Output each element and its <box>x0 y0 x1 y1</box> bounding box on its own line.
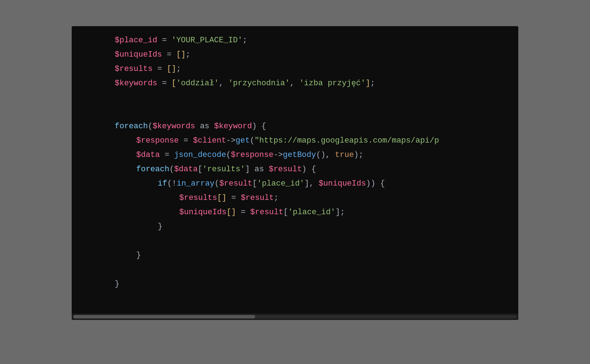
code-window: $place_id = 'YOUR_PLACE_ID' ; $uniqueIds… <box>72 26 518 320</box>
code-token: (), <box>316 148 335 162</box>
code-token: $data <box>174 162 198 177</box>
code-token: foreach <box>115 119 148 134</box>
code-token: ; <box>176 62 181 76</box>
code-token: [ <box>252 177 257 191</box>
code-line: $results = [] ; <box>72 62 518 76</box>
code-line: foreach ( $data [ 'results' ] as $result… <box>72 162 518 177</box>
code-line: $place_id = 'YOUR_PLACE_ID' ; <box>72 33 518 48</box>
code-token: foreach <box>136 162 169 177</box>
code-line <box>72 263 518 277</box>
code-token: if <box>158 177 167 191</box>
code-token: $result <box>219 177 252 191</box>
code-token: = <box>179 134 193 148</box>
scrollbar-thumb[interactable] <box>73 315 255 318</box>
code-line: $uniqueIds = [] ; <box>72 48 518 62</box>
code-token: in_array <box>177 177 215 191</box>
code-line <box>72 234 518 248</box>
code-token: ( <box>148 119 152 134</box>
code-token: = <box>157 33 172 48</box>
code-token: $result <box>241 191 274 205</box>
code-token: $uniqueIds <box>115 48 162 62</box>
code-token: [] <box>167 62 176 76</box>
code-token: ( <box>226 148 231 162</box>
code-token: ) { <box>302 162 316 177</box>
code-token: ; <box>186 48 190 62</box>
code-line <box>72 105 518 119</box>
code-token: $results <box>115 62 153 76</box>
code-token: get <box>235 134 250 148</box>
code-token: 'przychodnia' <box>228 76 290 91</box>
code-token: ( <box>214 177 219 191</box>
code-token: } <box>158 220 162 234</box>
code-token: [] <box>217 191 227 205</box>
code-token: $data <box>136 148 160 162</box>
code-token: $result <box>269 162 302 177</box>
scrollbar-track[interactable] <box>73 315 517 318</box>
code-line: $uniqueIds [] = $result [ 'place_id' ]; <box>72 205 518 220</box>
code-token: [ <box>283 205 288 220</box>
code-token: 'place_id' <box>257 177 304 191</box>
code-token: $uniqueIds <box>179 205 227 220</box>
code-line: } <box>72 220 518 234</box>
code-token: ]; <box>336 205 345 220</box>
code-token: ( <box>250 134 254 148</box>
code-token: "https://maps.googleapis.com/maps/api/p <box>254 134 439 148</box>
code-token: = <box>236 205 250 220</box>
code-token: $keywords <box>115 76 157 91</box>
code-token: 'YOUR_PLACE_ID' <box>171 33 242 48</box>
code-token: 'oddział' <box>176 76 219 91</box>
code-token: = <box>157 76 172 91</box>
code-token: [ <box>171 76 176 91</box>
code-token: (! <box>167 177 176 191</box>
code-token: json_decode <box>174 148 226 162</box>
code-token: [ <box>198 162 203 177</box>
code-token: $client <box>193 134 226 148</box>
code-token: $place_id <box>115 33 157 48</box>
code-line: foreach ( $keywords as $keyword ) { <box>72 119 518 134</box>
code-token: ( <box>169 162 174 177</box>
code-line: $keywords = [ 'oddział' , 'przychodnia' … <box>72 76 518 91</box>
code-token: $results <box>179 191 217 205</box>
code-token: [] <box>176 48 186 62</box>
code-token: 'place_id' <box>288 205 336 220</box>
code-token: ; <box>370 76 375 91</box>
code-line: $data = json_decode ( $response -> getBo… <box>72 148 518 162</box>
code-token: ) { <box>252 119 266 134</box>
code-token: } <box>115 277 119 291</box>
code-token: ], <box>304 177 319 191</box>
code-line: } <box>72 248 518 263</box>
code-line: $results [] = $result ; <box>72 191 518 205</box>
code-line <box>72 91 518 105</box>
code-token: 'izba przyjęć' <box>299 76 366 91</box>
code-line: $response = $client -> get ( "https://ma… <box>72 134 518 148</box>
code-token: getBody <box>283 148 316 162</box>
code-content: $place_id = 'YOUR_PLACE_ID' ; $uniqueIds… <box>72 26 518 313</box>
code-token: ; <box>274 191 279 205</box>
code-line <box>72 291 518 306</box>
code-token: $keyword <box>214 119 252 134</box>
scrollbar-area[interactable] <box>72 313 518 320</box>
code-token: 'results' <box>203 162 245 177</box>
code-token: -> <box>226 134 235 148</box>
code-token: [] <box>227 205 236 220</box>
code-token: ; <box>242 33 247 48</box>
code-token: as <box>195 119 214 134</box>
code-line <box>72 306 518 313</box>
code-token: $keywords <box>153 119 195 134</box>
code-token: $response <box>136 134 179 148</box>
code-line: } <box>72 277 518 291</box>
code-token: $result <box>250 205 283 220</box>
code-token: ] <box>366 76 370 91</box>
code-token: , <box>219 76 228 91</box>
code-token: = <box>160 148 174 162</box>
code-token: ); <box>354 148 363 162</box>
code-token: true <box>335 148 354 162</box>
code-token: ] as <box>245 162 269 177</box>
code-token: -> <box>273 148 283 162</box>
outer-container: $place_id = 'YOUR_PLACE_ID' ; $uniqueIds… <box>72 26 518 338</box>
code-token: = <box>227 191 241 205</box>
code-token: , <box>290 76 299 91</box>
code-token: = <box>162 48 176 62</box>
code-token: $response <box>231 148 273 162</box>
code-token: } <box>136 248 141 263</box>
